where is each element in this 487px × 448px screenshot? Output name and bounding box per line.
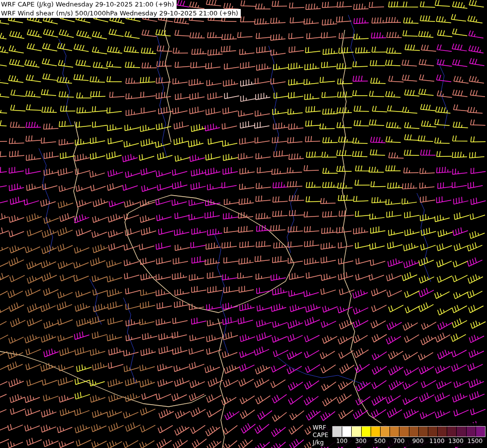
cape-scale-tick: 300 bbox=[355, 438, 367, 445]
cape-scale-swatch bbox=[371, 427, 380, 437]
cape-scale-swatch bbox=[390, 427, 399, 437]
cape-scale-swatch bbox=[399, 427, 408, 437]
cape-scale-swatch bbox=[381, 427, 390, 437]
cape-scale-tick: 900 bbox=[412, 438, 424, 445]
cape-scale-swatch bbox=[428, 427, 437, 437]
legend-variable-label: CAPE bbox=[313, 432, 328, 439]
cape-scale-swatch bbox=[447, 427, 456, 437]
cape-scale-swatch bbox=[352, 427, 361, 437]
cape-scale-swatch bbox=[438, 427, 447, 437]
cape-scale-swatches bbox=[332, 426, 486, 437]
cape-scale-tick: 1100 bbox=[429, 438, 445, 445]
cape-scale-swatch bbox=[476, 427, 485, 437]
wind-shear-title: WRF Wind shear (m/s) 500/1000hPa Wednesd… bbox=[0, 9, 241, 18]
cape-scale-swatch bbox=[409, 427, 418, 437]
cape-scale-swatch bbox=[419, 427, 428, 437]
cape-scale-swatch bbox=[333, 427, 342, 437]
cape-scale-swatch bbox=[467, 427, 476, 437]
cape-color-scale: 100300500700900110013001500 bbox=[332, 426, 486, 445]
cape-legend: WRF CAPE J/kg 10030050070090011001300150… bbox=[311, 423, 486, 447]
title-bar: WRF CAPE (J/kg) Wednesday 29-10-2025 21:… bbox=[0, 0, 241, 18]
cape-scale-tick: 100 bbox=[336, 438, 348, 445]
wind-barb-map-canvas bbox=[0, 0, 487, 448]
cape-title: WRF CAPE (J/kg) Wednesday 29-10-2025 21:… bbox=[0, 0, 177, 9]
weather-map: WRF CAPE (J/kg) Wednesday 29-10-2025 21:… bbox=[0, 0, 487, 448]
legend-names: WRF CAPE J/kg bbox=[313, 424, 328, 447]
cape-scale-tick: 1500 bbox=[468, 438, 483, 445]
cape-scale-tick: 700 bbox=[393, 438, 404, 445]
cape-scale-swatch bbox=[342, 427, 351, 437]
cape-scale-swatch bbox=[362, 427, 371, 437]
cape-scale-tick: 1300 bbox=[448, 438, 464, 445]
legend-model-label: WRF bbox=[313, 424, 328, 432]
legend-units-label: J/kg bbox=[313, 439, 328, 447]
cape-scale-swatch bbox=[457, 427, 466, 437]
cape-scale-tick: 500 bbox=[374, 438, 386, 445]
cape-scale-labels: 100300500700900110013001500 bbox=[332, 438, 485, 445]
